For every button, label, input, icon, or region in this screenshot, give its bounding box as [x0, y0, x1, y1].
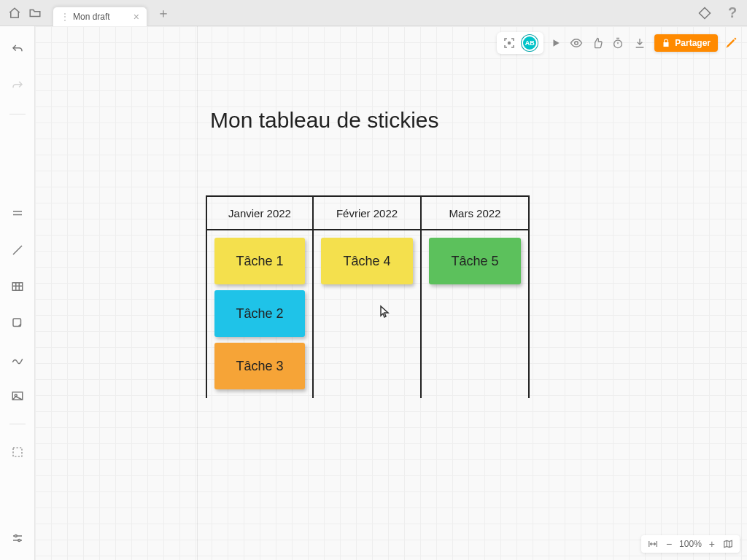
- diamond-icon[interactable]: [694, 3, 715, 23]
- home-icon[interactable]: [4, 3, 25, 23]
- focus-icon[interactable]: [503, 36, 516, 50]
- tab-drag-icon: ⋮: [61, 12, 69, 22]
- svg-point-16: [575, 42, 578, 45]
- line-tool-icon[interactable]: [6, 238, 29, 262]
- share-label: Partager: [675, 38, 711, 48]
- kanban-column: Février 2022 Tâche 4: [314, 197, 422, 398]
- page-edge: [197, 26, 198, 560]
- sticky-note[interactable]: Tâche 1: [214, 238, 305, 284]
- presence-group: AB: [497, 32, 543, 54]
- avatar[interactable]: AB: [522, 35, 538, 51]
- add-tab-button[interactable]: ＋: [153, 3, 174, 23]
- selection-tool-icon[interactable]: [6, 440, 29, 464]
- table-tool-icon[interactable]: [6, 275, 29, 298]
- help-icon[interactable]: ?: [722, 3, 743, 23]
- kanban-board: Janvier 2022 Tâche 1 Tâche 2 Tâche 3 Fév…: [206, 195, 530, 398]
- svg-rect-10: [13, 448, 22, 456]
- pen-tool-icon[interactable]: [6, 348, 29, 371]
- close-icon[interactable]: ×: [133, 11, 139, 23]
- column-body: Tâche 1 Tâche 2 Tâche 3: [207, 230, 312, 398]
- toolbar-separator: [9, 424, 26, 424]
- lock-icon: [662, 39, 670, 47]
- zoom-level: 100%: [679, 539, 702, 549]
- download-icon[interactable]: [634, 37, 646, 49]
- text-tool-icon[interactable]: [6, 202, 29, 225]
- column-body: Tâche 5: [422, 230, 528, 398]
- minimap-icon[interactable]: [722, 539, 734, 549]
- column-header[interactable]: Février 2022: [314, 197, 420, 230]
- settings-sliders-icon[interactable]: [6, 526, 29, 550]
- highlighter-icon[interactable]: [724, 36, 738, 50]
- zoom-in-button[interactable]: +: [709, 538, 715, 550]
- undo-icon[interactable]: [6, 38, 29, 61]
- sticky-note[interactable]: Tâche 5: [429, 238, 521, 284]
- sticky-note[interactable]: Tâche 3: [214, 343, 305, 389]
- fit-width-icon[interactable]: [647, 539, 659, 549]
- left-toolbar: [0, 26, 35, 560]
- document-tab[interactable]: ⋮ Mon draft ×: [53, 7, 147, 27]
- folder-icon[interactable]: [25, 3, 45, 23]
- column-header[interactable]: Mars 2022: [422, 197, 528, 230]
- toolbar-separator: [9, 114, 26, 114]
- share-button[interactable]: Partager: [654, 34, 718, 52]
- svg-point-12: [15, 535, 17, 537]
- sticky-note[interactable]: Tâche 4: [321, 238, 413, 284]
- collab-toolbar: AB Partager: [497, 32, 738, 54]
- tab-label: Mon draft: [73, 12, 110, 22]
- image-tool-icon[interactable]: [6, 384, 29, 408]
- canvas[interactable]: Mon tableau de stickies Janvier 2022 Tâc…: [35, 26, 747, 560]
- thumbs-up-icon[interactable]: [592, 37, 603, 49]
- redo-icon[interactable]: [6, 74, 29, 98]
- svg-point-14: [18, 540, 20, 542]
- kanban-column: Mars 2022 Tâche 5: [422, 197, 530, 398]
- eye-icon[interactable]: [570, 36, 583, 50]
- svg-line-2: [13, 246, 22, 254]
- sticky-tool-icon[interactable]: [6, 311, 29, 335]
- zoom-out-button[interactable]: −: [666, 538, 672, 550]
- svg-point-15: [508, 42, 511, 44]
- kanban-column: Janvier 2022 Tâche 1 Tâche 2 Tâche 3: [206, 197, 314, 398]
- column-body: Tâche 4: [314, 230, 420, 398]
- timer-icon[interactable]: [612, 37, 624, 49]
- cursor-icon: [379, 305, 390, 318]
- top-header: ⋮ Mon draft × ＋ ?: [0, 0, 747, 26]
- sticky-note[interactable]: Tâche 2: [214, 290, 305, 337]
- column-header[interactable]: Janvier 2022: [207, 197, 312, 230]
- play-icon[interactable]: [551, 38, 561, 48]
- zoom-bar: − 100% +: [641, 535, 740, 553]
- board-title[interactable]: Mon tableau de stickies: [210, 108, 439, 133]
